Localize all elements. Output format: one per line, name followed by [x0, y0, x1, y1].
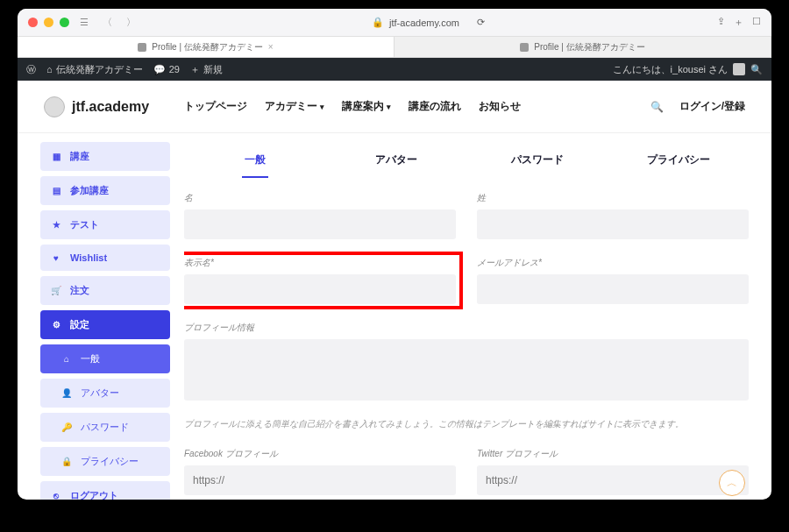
field-last-name: 姓	[477, 192, 749, 239]
comment-icon: 💬	[153, 64, 166, 75]
search-icon[interactable]: 🔍	[650, 101, 664, 113]
label-twitter: Twitter プロフィール	[477, 448, 749, 460]
wp-logo-icon[interactable]: ⓦ	[26, 63, 36, 76]
home-icon: ⌂	[46, 64, 53, 74]
browser-tabs: Profile | 伝統発酵アカデミー × Profile | 伝統発酵アカデミ…	[18, 37, 771, 58]
input-twitter[interactable]	[477, 465, 749, 495]
input-email[interactable]	[477, 274, 749, 304]
browser-tab[interactable]: Profile | 伝統発酵アカデミー ×	[18, 37, 394, 57]
label-display-name: 表示名*	[184, 257, 456, 269]
nav-academy[interactable]: アカデミー▾	[265, 99, 324, 114]
avatar-icon[interactable]	[733, 63, 745, 75]
brand-name: jtf.academy	[72, 99, 149, 115]
nav-courses[interactable]: 講座案内▾	[342, 99, 391, 114]
sidebar-item-test[interactable]: ★テスト	[40, 210, 170, 239]
input-first-name[interactable]	[184, 209, 456, 239]
lock-icon: 🔒	[372, 17, 384, 28]
wp-site-link[interactable]: ⌂ 伝統発酵アカデミー	[46, 63, 143, 76]
url-text: jtf-academy.com	[389, 18, 459, 28]
star-icon: ★	[51, 220, 61, 230]
label-facebook: Facebook プロフィール	[184, 448, 456, 460]
search-icon[interactable]: 🔍	[750, 64, 763, 75]
field-facebook: Facebook プロフィール	[184, 448, 456, 495]
profile-hint: プロフィールに添える簡単な自己紹介を書き入れてみましょう。この情報はテンプレート…	[184, 418, 749, 430]
tab-avatar[interactable]: アバター	[325, 145, 466, 178]
sidebar-toggle-icon[interactable]: ☰	[76, 17, 92, 28]
new-tab-icon[interactable]: ＋	[734, 16, 743, 29]
nav-news[interactable]: お知らせ	[479, 99, 521, 114]
sidebar-item-password[interactable]: 🔑パスワード	[40, 413, 170, 442]
chevron-down-icon: ▾	[320, 103, 324, 111]
profile-content: 一般 アバター パスワード プライバシー 名 姓	[184, 142, 749, 500]
chevron-down-icon: ▾	[387, 103, 391, 111]
browser-toolbar: ☰ 〈 〉 🔒 jtf-academy.com ⟳ ⇪ ＋ ☐	[18, 9, 771, 37]
site-logo[interactable]: jtf.academy	[44, 96, 149, 117]
nav-flow[interactable]: 講座の流れ	[409, 99, 461, 114]
profile-tabs: 一般 アバター パスワード プライバシー	[184, 142, 749, 178]
login-link[interactable]: ログイン/登録	[679, 99, 745, 114]
home-icon: ⌂	[61, 354, 72, 364]
url-bar[interactable]: 🔒 jtf-academy.com ⟳	[146, 17, 710, 28]
close-window[interactable]	[28, 18, 38, 27]
sidebar-item-courses[interactable]: ▦講座	[40, 142, 170, 171]
tabs-overview-icon[interactable]: ☐	[752, 16, 761, 29]
wp-comments[interactable]: 💬 29	[153, 64, 180, 75]
minimize-window[interactable]	[44, 18, 53, 27]
tab-password[interactable]: パスワード	[466, 145, 608, 178]
label-first-name: 名	[184, 192, 456, 204]
sidebar-item-orders[interactable]: 🛒注文	[40, 276, 170, 305]
field-twitter: Twitter プロフィール	[477, 448, 749, 495]
sidebar-item-general[interactable]: ⌂一般	[40, 344, 170, 373]
field-profile-info: プロフィール情報	[184, 322, 749, 401]
key-icon: 🔑	[61, 422, 72, 432]
maximize-window[interactable]	[60, 18, 69, 27]
input-display-name[interactable]	[184, 274, 456, 304]
mac-window: ☰ 〈 〉 🔒 jtf-academy.com ⟳ ⇪ ＋ ☐ Profile …	[18, 9, 771, 500]
tab-title: Profile | 伝統発酵アカデミー	[534, 41, 645, 53]
plus-icon: ＋	[190, 63, 200, 76]
traffic-lights	[28, 18, 69, 27]
sidebar-item-logout[interactable]: ⎋ログアウト	[40, 481, 170, 500]
nav-forward-icon[interactable]: 〉	[123, 16, 139, 29]
scroll-to-top-button[interactable]: ︿	[719, 470, 745, 496]
browser-tab[interactable]: Profile | 伝統発酵アカデミー	[394, 37, 771, 57]
book-icon: ▦	[51, 152, 61, 161]
lock-icon: 🔒	[61, 457, 72, 466]
sidebar-item-settings[interactable]: ⚙設定	[40, 310, 170, 339]
wp-admin-bar: ⓦ ⌂ 伝統発酵アカデミー 💬 29 ＋ 新規 こんにちは、i_kousei さ…	[18, 58, 771, 81]
wp-greeting[interactable]: こんにちは、i_kousei さん	[613, 63, 728, 76]
logout-icon: ⎋	[51, 491, 61, 500]
gear-icon: ⚙	[51, 320, 61, 330]
reader-icon[interactable]: ⟳	[477, 17, 485, 28]
profile-sidebar: ▦講座 ▤参加講座 ★テスト ♥Wishlist 🛒注文 ⚙設定 ⌂一般 👤アバ…	[40, 142, 170, 500]
input-last-name[interactable]	[477, 209, 749, 239]
logo-image	[44, 96, 65, 117]
label-last-name: 姓	[477, 192, 749, 204]
sidebar-item-wishlist[interactable]: ♥Wishlist	[40, 245, 170, 271]
share-icon[interactable]: ⇪	[717, 16, 725, 29]
textarea-profile-info[interactable]	[184, 339, 749, 401]
heart-icon: ♥	[51, 253, 61, 263]
sidebar-item-avatar[interactable]: 👤アバター	[40, 379, 170, 408]
close-tab-icon[interactable]: ×	[268, 42, 274, 52]
main-nav: トップページ アカデミー▾ 講座案内▾ 講座の流れ お知らせ	[184, 99, 521, 114]
sidebar-item-privacy[interactable]: 🔒プライバシー	[40, 447, 170, 476]
field-display-name: 表示名*	[184, 257, 456, 304]
label-profile-info: プロフィール情報	[184, 322, 749, 334]
favicon-icon	[138, 43, 146, 52]
sidebar-item-joined[interactable]: ▤参加講座	[40, 176, 170, 205]
profile-form: 名 姓 表示名* メールアドレス*	[184, 178, 749, 500]
tab-title: Profile | 伝統発酵アカデミー	[152, 41, 263, 53]
cart-icon: 🛒	[51, 286, 61, 295]
nav-back-icon[interactable]: 〈	[99, 16, 116, 29]
wp-new[interactable]: ＋ 新規	[190, 63, 223, 76]
input-facebook[interactable]	[184, 465, 456, 495]
user-icon: 👤	[61, 388, 72, 398]
nav-top[interactable]: トップページ	[184, 99, 247, 114]
tab-general[interactable]: 一般	[184, 145, 325, 178]
page-body: ▦講座 ▤参加講座 ★テスト ♥Wishlist 🛒注文 ⚙設定 ⌂一般 👤アバ…	[18, 133, 771, 500]
favicon-icon	[520, 43, 529, 52]
tab-privacy[interactable]: プライバシー	[608, 145, 749, 178]
label-email: メールアドレス*	[477, 257, 749, 269]
site-header: jtf.academy トップページ アカデミー▾ 講座案内▾ 講座の流れ お知…	[18, 81, 771, 133]
